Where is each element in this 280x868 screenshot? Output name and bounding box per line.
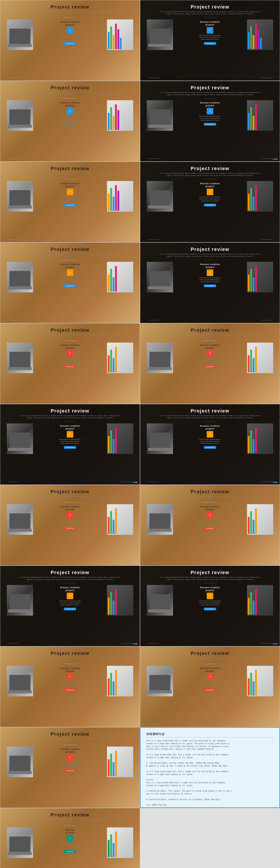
divider	[63, 260, 77, 260]
footer-left: Your title goes here	[148, 77, 159, 79]
slide-subtitle: It is a long established fact that a rea…	[18, 576, 122, 581]
arouse-desc: Epsum factorial non deposit quid proquo …	[199, 34, 221, 40]
code-line	[146, 787, 274, 790]
slide-3-left: Project review It is a long established …	[0, 162, 140, 242]
arouse-logo: T	[67, 270, 73, 276]
slide-title: Project review	[191, 408, 229, 414]
content-area: Arouse creativeproject T Epsum factorial…	[7, 504, 133, 561]
learn-more-btn[interactable]: Learn more	[64, 365, 76, 368]
arouse-logo: T	[207, 27, 213, 34]
bottom-labels: Your title goes here Your title goes her…	[7, 481, 133, 483]
learn-more-btn[interactable]: Learn more	[64, 446, 76, 449]
arouse-logo: T	[67, 27, 73, 34]
slide-subtitle: It is a long established fact that a rea…	[158, 495, 262, 500]
arouse-title: Arouse creativeproject	[200, 182, 220, 188]
slide-subtitle: It is a long established fact that a rea…	[18, 92, 122, 96]
slide-title: Project review	[51, 731, 89, 737]
row-7: Project review It is a long established …	[0, 485, 280, 565]
arouse-logo: T	[207, 108, 213, 115]
chart-image	[107, 747, 133, 777]
slide-subtitle: It is a long established fact that a rea…	[158, 11, 262, 15]
slide-subtitle: It is a long established fact that a rea…	[18, 253, 122, 257]
learn-more-btn[interactable]: Learn more	[64, 284, 76, 287]
arouse-desc: Epsum factorial non deposit quid proquo …	[199, 196, 221, 202]
arouse-logo: T	[67, 512, 73, 518]
laptop-image	[147, 20, 173, 50]
code-line: This is a long established that a reader…	[146, 740, 274, 742]
footer-right: Your title goes here	[121, 643, 132, 644]
arouse-logo: T	[207, 512, 213, 518]
footer-left: Your title goes here	[8, 723, 19, 725]
chart-image	[107, 827, 133, 858]
slide-8-right: Project review It is a long established …	[140, 565, 280, 646]
slide-10-right-code: 프레젠테이션 This is a long established that a…	[140, 727, 280, 808]
bottom-labels: Your title goes here Your title goes her…	[147, 400, 273, 402]
code-line: Content here, content here, making it lo…	[146, 748, 274, 751]
learn-more-btn[interactable]: Learn more	[64, 688, 76, 691]
chart-image	[247, 181, 273, 212]
footer-right: Your title goes here	[261, 481, 272, 483]
learn-more-btn[interactable]: Learn more	[204, 446, 216, 449]
bottom-labels: Your title goes here Your title goes her…	[7, 319, 133, 321]
bottom-labels: Your title goes here Your title goes her…	[7, 158, 133, 159]
footer-right: Your title goes here	[261, 77, 272, 79]
learn-more-btn[interactable]: Learn more	[204, 365, 216, 368]
slide-6-right: Project review It is a long established …	[140, 404, 280, 485]
arouse-title: Arouse creativeproject	[200, 101, 220, 107]
arouse-title: Arouse creativeproject	[200, 505, 220, 511]
page-indicators	[133, 482, 137, 483]
footer-left: Your title goes here	[8, 239, 19, 240]
slide-subtitle: It is a long established fact that a rea…	[158, 92, 262, 96]
footer-left: Your title goes here	[8, 400, 19, 402]
arouse-desc: Epsum factorial non deposit quid proquo …	[59, 358, 81, 364]
code-line: content of a page when looking at its la…	[146, 742, 274, 745]
slide-5-left: Project review It is a long established …	[0, 323, 140, 404]
chart-image	[247, 262, 273, 292]
laptop-image	[7, 504, 33, 535]
chart-image	[247, 20, 273, 50]
chart-image	[107, 262, 133, 292]
slide-2-right: Project review It is a long established …	[140, 81, 280, 162]
footer-left: Your title goes here	[8, 158, 19, 159]
arouse-desc: Epsum factorial non deposit quid proquo …	[59, 34, 81, 40]
learn-more-btn[interactable]: Learn more	[64, 527, 76, 530]
arouse-logo: T	[207, 593, 213, 599]
learn-more-btn[interactable]: Learn more	[204, 204, 216, 206]
center-content: Arouse creativeproject T Epsum factorial…	[175, 343, 245, 369]
slide-subtitle: It is a long established fact that a rea…	[18, 657, 122, 661]
learn-more-btn[interactable]: Learn more	[204, 527, 216, 530]
learn-more-btn[interactable]: Learn more	[64, 769, 76, 772]
learn-more-btn[interactable]: Learn more	[204, 688, 216, 691]
footer-right: Your title goes here	[121, 319, 132, 321]
learn-more-btn[interactable]: Learn more	[64, 204, 76, 206]
learn-more-btn[interactable]: Learn more	[64, 123, 77, 126]
slide-title: Project review	[51, 4, 89, 10]
row-8: Project review It is a long established …	[0, 565, 280, 646]
page-dot	[274, 482, 275, 483]
learn-more-btn[interactable]: Learn more	[204, 284, 216, 287]
chart-image	[107, 504, 133, 535]
learn-more-btn[interactable]: Learn more	[204, 42, 216, 45]
content-area: Arouse creativeproject T Epsum factorial…	[147, 666, 273, 722]
chart-image	[107, 585, 133, 616]
code-line: It is a long established fact that a rea…	[146, 770, 274, 773]
learn-more-btn[interactable]: Learn more	[64, 608, 76, 610]
footer-right: Your title goes here	[261, 319, 272, 321]
bottom-labels: Your title goes here Your title goes her…	[147, 643, 273, 644]
slide-title: Project review	[51, 651, 89, 656]
divider	[203, 664, 217, 664]
chart-image	[247, 343, 273, 373]
learn-more-btn[interactable]: Learn more	[64, 850, 76, 853]
learn-more-btn[interactable]: Learn more	[64, 42, 76, 45]
learn-more-btn[interactable]: Learn more	[204, 123, 216, 126]
page-dot	[273, 158, 274, 160]
learn-more-btn[interactable]: Learn more	[204, 608, 216, 610]
slide-subtitle: It is a long established fact that a rea…	[18, 11, 122, 15]
row-10: Project review It is a long established …	[0, 727, 280, 808]
slide-subtitle: It is a long established fact that a rea…	[18, 334, 122, 338]
code-line: C.[font]Arial(15px), This layout. The po…	[146, 790, 274, 793]
content-area: Arouse creativeproject T Epsum factorial…	[147, 504, 273, 561]
slide-subtitle: It is a long established fact that a rea…	[158, 172, 262, 177]
chart-image	[107, 666, 133, 696]
page-dot	[133, 482, 134, 483]
